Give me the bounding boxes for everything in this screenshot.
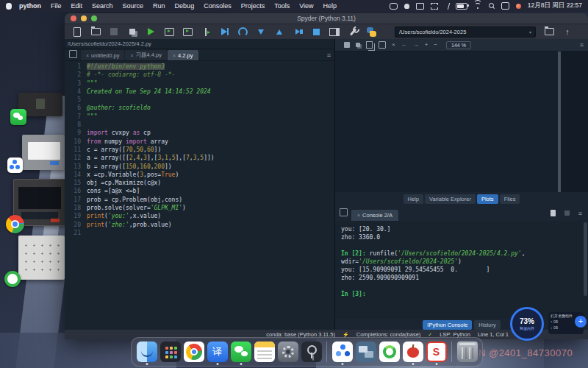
greenring-icon[interactable] (379, 342, 400, 362)
minimized-window-dialog[interactable] (22, 135, 65, 170)
ks-icon[interactable]: S (426, 342, 447, 362)
close-icon[interactable]: × (357, 213, 360, 218)
search-icon[interactable] (489, 3, 495, 9)
dock-item-wechat[interactable] (230, 339, 251, 364)
console-options-menu-icon[interactable]: ≡ (578, 210, 582, 217)
stop-button[interactable] (311, 26, 321, 37)
settings-icon[interactable] (278, 342, 298, 362)
display-columns-icon[interactable] (416, 3, 424, 10)
zoom-out-icon[interactable]: − (434, 42, 437, 48)
console-tab[interactable]: × Console 2/A (351, 210, 398, 221)
interrupt-kernel-icon[interactable] (564, 210, 570, 216)
run-selection-button[interactable] (201, 26, 211, 37)
open-file-button[interactable] (90, 26, 101, 37)
editor-tab-习题4.4.py[interactable]: ×习题4.4.py (125, 50, 167, 60)
dock-item-chrome[interactable] (183, 339, 204, 364)
plots-thumbnail-list[interactable] (561, 52, 588, 192)
save-all-plots-icon[interactable] (356, 43, 360, 47)
tab-Files[interactable]: Files (500, 194, 520, 204)
menu-item-Tools[interactable]: Tools (274, 2, 290, 10)
wifi-icon[interactable] (474, 3, 482, 9)
editor-options-menu-icon[interactable]: ≡ (327, 52, 331, 59)
remote-icon[interactable] (356, 342, 376, 362)
menu-item-Projects[interactable]: Projects (241, 2, 265, 10)
run-cell-advance-button[interactable] (182, 26, 193, 37)
chrome-badge-icon[interactable] (6, 215, 24, 233)
save-plot-icon[interactable] (344, 42, 350, 48)
browse-tabs-icon[interactable] (69, 50, 77, 58)
minimized-window-grid[interactable] (18, 236, 65, 280)
chrome-icon[interactable] (184, 342, 204, 362)
new-console-icon[interactable] (551, 210, 556, 216)
menu-item-Help[interactable]: Help (323, 2, 337, 10)
dock-item-trash[interactable] (456, 339, 478, 364)
notes-icon[interactable] (254, 342, 275, 362)
editor-tab-untitled0.py[interactable]: ×untitled0.py (81, 50, 124, 60)
green-ring-badge-icon[interactable] (4, 271, 21, 287)
menubar-clock[interactable]: 12月8日 周日 22:57 (528, 1, 582, 10)
new-file-button[interactable] (72, 26, 82, 37)
dock-item-fe[interactable] (331, 339, 353, 364)
editor-tab-4.2.py[interactable]: ×4.2.py (168, 50, 198, 60)
keychain-icon[interactable] (301, 342, 322, 362)
remove-plot-icon[interactable] (379, 41, 386, 49)
panes-layout-button[interactable] (329, 26, 340, 37)
preferences-button[interactable] (348, 26, 358, 37)
copy-plot-icon[interactable] (366, 41, 373, 49)
dock-item-translate[interactable]: 译 (207, 339, 228, 364)
working-directory-select[interactable]: /Users/scofieldo/2024-2025 ▾ (395, 26, 536, 38)
dock-item-greenring[interactable] (379, 339, 400, 364)
fe-icon[interactable] (332, 342, 353, 362)
dock-item-notes[interactable] (254, 339, 275, 364)
parent-directory-button[interactable]: ↑ (562, 26, 573, 37)
screenshot-icon[interactable] (431, 3, 438, 10)
bluetooth-icon[interactable] (444, 3, 450, 10)
zoom-in-icon[interactable]: + (425, 42, 429, 48)
debug-continue-button[interactable] (293, 26, 303, 37)
applered-icon[interactable] (403, 342, 423, 362)
menu-item-Search[interactable]: Search (92, 2, 113, 10)
close-tab-icon[interactable]: × (130, 53, 133, 58)
menu-item-Consoles[interactable]: Consoles (204, 2, 232, 10)
paw-icon[interactable] (404, 4, 409, 9)
apple-logo-icon[interactable] (6, 3, 12, 10)
launchpad-icon[interactable] (160, 342, 181, 362)
battery-icon[interactable] (456, 3, 467, 10)
debug-step-out-button[interactable] (274, 26, 284, 37)
dock-item-remote[interactable] (355, 339, 376, 364)
remove-all-plots-icon[interactable]: × (392, 42, 395, 48)
dock-item-applered[interactable] (402, 339, 423, 364)
console-output[interactable]: you: [20. 30.]zho: 3360.0In [2]: runfile… (335, 221, 588, 319)
trash-icon[interactable] (457, 342, 478, 362)
menu-item-Run[interactable]: Run (153, 2, 165, 10)
menu-item-Source[interactable]: Source (123, 2, 144, 10)
tab-History[interactable]: History (474, 320, 500, 330)
dock-item-ks[interactable]: S (426, 339, 447, 364)
recording-indicator-icon[interactable] (516, 4, 521, 9)
window-titlebar[interactable]: Spyder (Python 3.11) (65, 13, 588, 24)
dock-item-launchpad[interactable] (159, 339, 181, 364)
python-env-button[interactable] (366, 26, 376, 37)
tab-IPython Console[interactable]: IPython Console (423, 320, 472, 330)
wechat-badge-icon[interactable] (10, 109, 26, 125)
finder-icon[interactable] (137, 342, 157, 362)
close-tab-icon[interactable]: × (173, 53, 176, 58)
dock-item-settings[interactable] (277, 339, 298, 364)
debug-file-button[interactable] (219, 26, 229, 37)
browse-directory-button[interactable] (544, 26, 554, 37)
tab-Help[interactable]: Help (404, 194, 423, 204)
menu-item-Edit[interactable]: Edit (71, 2, 83, 10)
code-area[interactable]: 1#!/usr/bin/env python32# -*- codiarng: … (65, 60, 334, 330)
tab-Plots[interactable]: Plots (477, 194, 498, 204)
menu-item-python[interactable]: python (19, 2, 41, 10)
menu-item-View[interactable]: View (299, 2, 313, 10)
app-shapes-icon[interactable] (390, 3, 398, 10)
tab-Variable Explorer[interactable]: Variable Explorer (425, 194, 476, 204)
dock-item-keychain[interactable] (301, 339, 322, 364)
wechat-icon[interactable] (231, 342, 251, 362)
save-button[interactable] (109, 26, 119, 37)
translate-icon[interactable]: 译 (207, 342, 228, 362)
memory-gauge-button[interactable]: 73% 释放内存 (510, 307, 544, 341)
menu-item-File[interactable]: File (51, 2, 62, 10)
run-button[interactable] (146, 26, 156, 37)
